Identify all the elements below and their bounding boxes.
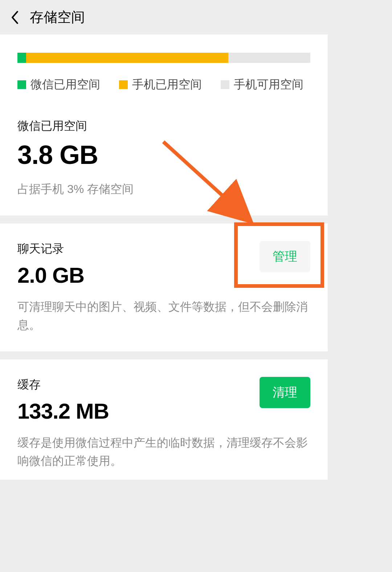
legend-swatch-yellow <box>119 80 128 89</box>
storage-bar <box>17 53 310 63</box>
storage-overview-section: 微信已用空间 手机已用空间 手机可用空间 <box>0 35 328 111</box>
wechat-storage-subtext: 占据手机 3% 存储空间 <box>17 181 310 197</box>
cache-label: 缓存 <box>17 377 109 393</box>
clear-button[interactable]: 清理 <box>260 377 310 408</box>
legend-label: 微信已用空间 <box>30 77 100 93</box>
storage-legend: 微信已用空间 手机已用空间 手机可用空间 <box>17 77 310 93</box>
chat-records-desc: 可清理聊天中的图片、视频、文件等数据，但不会删除消息。 <box>17 298 310 334</box>
legend-item-wechat: 微信已用空间 <box>17 77 100 93</box>
section-divider <box>0 215 328 223</box>
header: 存储空间 <box>0 0 328 35</box>
wechat-storage-value: 3.8 GB <box>17 140 310 170</box>
storage-bar-phone-used <box>26 53 228 63</box>
chat-records-section: 聊天记录 2.0 GB 管理 可清理聊天中的图片、视频、文件等数据，但不会删除消… <box>0 223 328 351</box>
section-divider <box>0 351 328 359</box>
chevron-left-icon <box>11 11 19 24</box>
legend-swatch-green <box>17 80 26 89</box>
legend-swatch-gray <box>221 80 229 89</box>
back-button[interactable] <box>7 10 22 25</box>
storage-bar-wechat <box>17 53 26 63</box>
chat-records-label: 聊天记录 <box>17 241 84 257</box>
chat-records-value: 2.0 GB <box>17 263 84 288</box>
cache-section: 缓存 133.2 MB 清理 缓存是使用微信过程中产生的临时数据，清理缓存不会影… <box>0 359 328 480</box>
legend-item-phone-free: 手机可用空间 <box>221 77 303 93</box>
wechat-storage-section: 微信已用空间 3.8 GB 占据手机 3% 存储空间 <box>0 111 328 215</box>
legend-item-phone-used: 手机已用空间 <box>119 77 202 93</box>
page-title: 存储空间 <box>30 8 85 27</box>
manage-button[interactable]: 管理 <box>260 241 310 272</box>
legend-label: 手机可用空间 <box>234 77 303 93</box>
cache-desc: 缓存是使用微信过程中产生的临时数据，清理缓存不会影响微信的正常使用。 <box>17 434 310 470</box>
legend-label: 手机已用空间 <box>132 77 202 93</box>
wechat-storage-label: 微信已用空间 <box>17 118 310 134</box>
cache-value: 133.2 MB <box>17 399 109 424</box>
